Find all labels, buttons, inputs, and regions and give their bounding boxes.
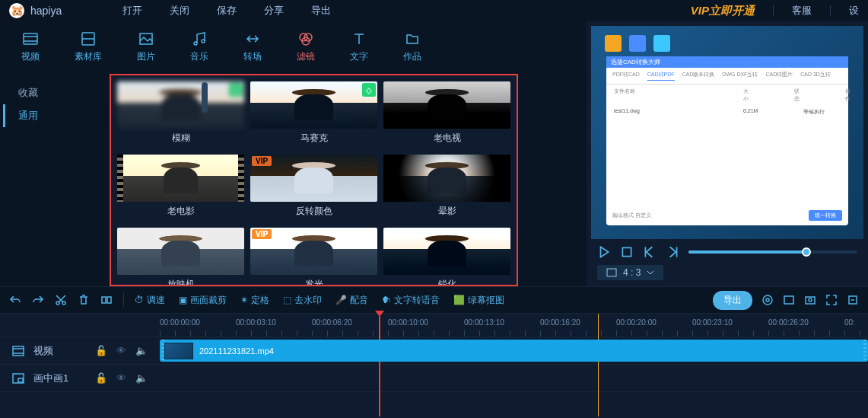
ruler-mark: 00:00:03:10 xyxy=(236,318,312,337)
aspect-value: 4 : 3 xyxy=(623,267,641,278)
delete-button[interactable] xyxy=(78,294,90,306)
fullscreen-icon[interactable] xyxy=(783,294,795,306)
track-body[interactable] xyxy=(160,365,868,391)
filter-item[interactable]: ◇模糊 xyxy=(117,81,244,148)
redo-button[interactable] xyxy=(32,294,44,306)
preview-tab: CAD转图片 xyxy=(765,71,793,81)
ruler-mark: 00:00:16:20 xyxy=(540,318,616,337)
filter-label: 老电影 xyxy=(167,205,195,218)
tab-filter[interactable]: 滤镜 xyxy=(291,27,321,66)
stop-button[interactable] xyxy=(620,245,634,259)
sidebar-item-general[interactable]: 通用 xyxy=(3,104,110,127)
toolbar-label: 绿幕抠图 xyxy=(468,294,504,307)
undo-button[interactable] xyxy=(9,294,21,306)
tab-library[interactable]: 素材库 xyxy=(68,27,108,66)
toolbar-mid: ⏱调速▣画面裁剪✶定格⬚去水印🎤配音🗣文字转语音🟩绿幕抠图 xyxy=(135,294,504,307)
speed-icon: ⏱ xyxy=(135,295,144,305)
ruler-mark: 00:00:00:00 xyxy=(160,318,236,337)
zoom-icon[interactable] xyxy=(847,294,859,306)
scrollbar-thumb[interactable] xyxy=(202,82,208,113)
split-button[interactable] xyxy=(100,294,113,306)
preview-app-tabs: PDF转CADCAD转PDFCAD版本转换DWG DXF互转CAD转图片CAD … xyxy=(606,68,848,85)
mute-icon[interactable]: 🔈 xyxy=(135,345,148,356)
toolbar-label: 定格 xyxy=(251,294,269,307)
sidebar-item-fav[interactable]: 收藏 xyxy=(3,81,110,104)
toolbar-nowm[interactable]: ⬚去水印 xyxy=(283,294,322,307)
filter-thumb: ◇ xyxy=(117,81,244,129)
filter-label: 晕影 xyxy=(438,205,456,218)
toolbar-dub[interactable]: 🎤配音 xyxy=(335,294,368,307)
next-button[interactable] xyxy=(666,245,679,259)
seek-handle[interactable] xyxy=(802,247,811,257)
filter-item[interactable]: 老电影 xyxy=(117,155,244,222)
ruler-mark: 00:00:10:00 xyxy=(388,318,464,337)
cut-button[interactable] xyxy=(55,294,67,306)
tab-image[interactable]: 图片 xyxy=(131,27,161,66)
app-name: hapiya xyxy=(30,5,62,17)
filter-item[interactable]: 放映机 xyxy=(117,228,244,286)
export-button[interactable]: 导出 xyxy=(713,291,752,310)
settings-link[interactable]: 设 xyxy=(849,4,859,18)
tts-icon: 🗣 xyxy=(382,295,391,305)
svg-rect-6 xyxy=(622,247,631,256)
pip-icon xyxy=(12,373,24,384)
menu-export[interactable]: 导出 xyxy=(311,4,331,18)
lock-icon[interactable]: 🔓 xyxy=(95,345,107,356)
menu-save[interactable]: 保存 xyxy=(217,4,237,18)
filter-thumb xyxy=(117,228,244,275)
dub-icon: 🎤 xyxy=(335,295,347,305)
prev-button[interactable] xyxy=(643,245,657,259)
tab-text[interactable]: 文字 xyxy=(344,27,374,66)
filter-item[interactable]: ◇马赛克 xyxy=(250,81,377,148)
tab-music[interactable]: 音乐 xyxy=(184,27,215,66)
tab-label: 文字 xyxy=(350,50,368,63)
top-right: VIP立即开通 客服 设 xyxy=(691,4,859,18)
filter-thumb xyxy=(117,155,244,202)
ruler-mark: 00:00:13:10 xyxy=(464,318,540,337)
preview-tab: CAD 3D互转 xyxy=(800,71,831,81)
preview-app-footer: 输出格式 自定义 统一转换 xyxy=(612,210,842,221)
play-button[interactable] xyxy=(597,245,611,259)
svg-rect-18 xyxy=(13,346,24,356)
seek-bar[interactable] xyxy=(688,250,857,254)
toolbar-freeze[interactable]: ✶定格 xyxy=(240,294,269,307)
filter-item[interactable]: 锐化 xyxy=(383,228,510,286)
vip-promo[interactable]: VIP立即开通 xyxy=(691,4,755,18)
svg-rect-10 xyxy=(102,297,106,303)
menu-open[interactable]: 打开 xyxy=(122,4,142,18)
filter-item[interactable]: 老电视 xyxy=(383,81,510,148)
settings-icon[interactable] xyxy=(761,294,774,306)
eye-icon[interactable]: 👁 xyxy=(116,345,126,356)
support-link[interactable]: 客服 xyxy=(792,4,812,18)
mute-icon[interactable]: 🔈 xyxy=(135,372,148,384)
toolbar-matte[interactable]: 🟩绿幕抠图 xyxy=(453,294,504,307)
filter-item[interactable]: VIP反转颜色 xyxy=(250,155,377,222)
eye-icon[interactable]: 👁 xyxy=(116,372,126,384)
fit-icon[interactable] xyxy=(825,294,838,306)
matte-icon: 🟩 xyxy=(453,295,465,305)
cell-status: 等候执行 xyxy=(803,108,825,116)
cell-size: 0.21M xyxy=(743,108,758,116)
video-clip[interactable]: 202111231821.mp4 xyxy=(160,340,868,362)
filter-item[interactable]: 晕影 xyxy=(383,155,510,222)
track-body[interactable]: 202111231821.mp4 xyxy=(160,337,868,364)
filter-item[interactable]: VIP发光 xyxy=(250,228,377,286)
aspect-select[interactable]: 4 : 3 xyxy=(597,265,663,280)
tab-transition[interactable]: 转场 xyxy=(237,27,268,66)
time-ruler[interactable]: 00:00:00:0000:00:03:1000:00:06:2000:00:1… xyxy=(0,314,868,337)
toolbar-speed[interactable]: ⏱调速 xyxy=(135,294,165,307)
toolbar-tts[interactable]: 🗣文字转语音 xyxy=(382,294,440,307)
toolbar-crop[interactable]: ▣画面裁剪 xyxy=(179,294,227,307)
filter-thumb: ◇ xyxy=(250,81,377,129)
snapshot-icon[interactable] xyxy=(804,294,816,306)
preview-panel: 迅捷CAD转换大师 PDF转CADCAD转PDFCAD版本转换DWG DXF互转… xyxy=(587,21,868,286)
svg-rect-14 xyxy=(784,296,793,304)
tab-video[interactable]: 视频 xyxy=(15,27,46,66)
track-label: 画中画1 xyxy=(33,372,68,385)
menu-share[interactable]: 分享 xyxy=(264,4,284,18)
divider xyxy=(830,5,831,16)
tab-works[interactable]: 作品 xyxy=(397,27,428,66)
menu-close[interactable]: 关闭 xyxy=(170,4,189,18)
lock-icon[interactable]: 🔓 xyxy=(95,372,107,384)
tab-label: 转场 xyxy=(243,50,262,63)
